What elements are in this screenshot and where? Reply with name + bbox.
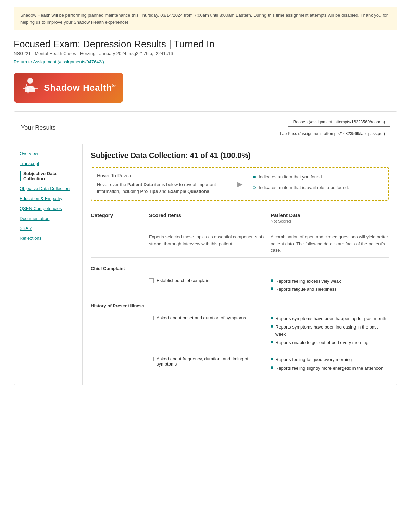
scored-label-chief-complaint: Established chief complaint xyxy=(157,278,211,283)
row-category-empty xyxy=(91,278,146,295)
maintenance-banner: Shadow Health will be performing planned… xyxy=(14,7,397,30)
dot-found xyxy=(271,317,273,319)
category-history-present-illness: History of Present Illness Asked about o… xyxy=(91,299,389,378)
available-legend-item: Indicates an item that is available to b… xyxy=(253,184,383,191)
not-scored-label: Not Scored xyxy=(271,219,389,224)
logo-text: Shadow Health® xyxy=(44,83,116,93)
patient-data-text: Reports symptoms have been increasing in… xyxy=(275,324,389,338)
scored-item-frequency: Asked about frequency, duration, and tim… xyxy=(149,356,267,373)
col-category-header: Category xyxy=(91,212,146,224)
sidebar-item-documentation[interactable]: Documentation xyxy=(20,216,77,221)
col-patient-header: Patient Data Not Scored xyxy=(271,212,389,224)
checkbox-onset xyxy=(149,316,154,320)
scored-item-onset-duration: Asked about onset and duration of sympto… xyxy=(149,315,267,348)
patient-data-chief-complaint: Reports feeling excessively weak Reports… xyxy=(271,278,389,295)
reopen-button[interactable]: Reopen (/assignment_attempts/16323569/re… xyxy=(288,117,390,127)
hpi-label-row: History of Present Illness xyxy=(91,299,389,311)
hpi-scored-empty xyxy=(149,303,267,308)
scored-item-chief-complaint: Established chief complaint xyxy=(149,278,267,295)
patient-data-text: Reports fatigue and sleepiness xyxy=(275,286,337,293)
main-content: Subjective Data Collection: 41 of 41 (10… xyxy=(83,144,397,385)
page-header: Focused Exam: Depression Results | Turne… xyxy=(14,39,397,64)
patient-data-frequency: Reports feeling fatigued every morning R… xyxy=(271,356,389,373)
hover-reveal-left: Hover To Reveal... Hover over the Patien… xyxy=(97,173,227,195)
dot-found xyxy=(271,325,273,328)
scored-label-onset: Asked about onset and duration of sympto… xyxy=(157,315,246,320)
dot-found xyxy=(271,341,273,343)
lab-pass-button[interactable]: Lab Pass (/assignment_attempts/16323569/… xyxy=(275,129,390,138)
list-item: Reports feeling fatigued every morning xyxy=(271,356,389,363)
results-buttons: Reopen (/assignment_attempts/16323569/re… xyxy=(275,117,390,138)
hover-arrow: ▶ xyxy=(234,180,246,188)
checkbox-chief-complaint xyxy=(149,278,154,283)
section-heading: Subjective Data Collection: 41 of 41 (10… xyxy=(91,151,389,160)
hover-reveal-body: Hover over the Patient Data items below … xyxy=(97,181,227,195)
list-item: Reports feeling slightly more energetic … xyxy=(271,365,389,372)
sidebar-item-objective-data-collection[interactable]: Objective Data Collection xyxy=(20,186,77,191)
patient-data-bold: Patient Data xyxy=(127,182,153,187)
hover-reveal-box: Hover To Reveal... Hover over the Patien… xyxy=(91,167,389,201)
sidebar-item-transcript[interactable]: Transcript xyxy=(20,161,77,166)
hover-reveal-right: Indicates an item that you found. Indica… xyxy=(253,173,383,192)
sidebar-item-sbar[interactable]: SBAR xyxy=(20,226,77,231)
content-area: Overview Transcript Subjective Data Coll… xyxy=(14,144,397,385)
chief-complaint-label: Chief Complaint xyxy=(91,266,146,271)
logo-icon xyxy=(21,77,40,99)
patient-data-text: Reports feeling slightly more energetic … xyxy=(275,365,383,372)
hpi-patient-empty xyxy=(271,303,389,308)
found-dot xyxy=(253,176,256,178)
list-item: Reports symptoms have been happening for… xyxy=(271,315,389,322)
results-title: Your Results xyxy=(21,124,55,132)
logo-area: Shadow Health® xyxy=(14,73,397,103)
return-link[interactable]: Return to Assignment (/assignments/94764… xyxy=(14,59,104,64)
description-category-empty xyxy=(91,234,146,254)
main-container: Your Results Reopen (/assignment_attempt… xyxy=(14,111,397,385)
sidebar-item-qsen-competencies[interactable]: QSEN Competencies xyxy=(20,206,77,211)
page-title: Focused Exam: Depression Results | Turne… xyxy=(14,39,397,50)
table-row: Asked about frequency, duration, and tim… xyxy=(91,352,389,378)
sidebar-item-overview[interactable]: Overview xyxy=(20,151,77,156)
chief-complaint-label-row: Chief Complaint xyxy=(91,262,389,274)
patient-data-text: Reports feeling excessively weak xyxy=(275,278,341,285)
sidebar-item-subjective-data-collection[interactable]: Subjective Data Collection xyxy=(20,171,77,181)
chief-complaint-patient-empty xyxy=(271,266,389,271)
available-label: Indicates an item that is available to b… xyxy=(259,185,349,190)
example-questions-bold: Example Questions xyxy=(168,189,209,194)
dot-found xyxy=(271,358,273,360)
patient-data-label: Patient Data xyxy=(271,212,389,218)
sidebar-item-reflections[interactable]: Reflections xyxy=(20,236,77,241)
banner-text: Shadow Health will be performing planned… xyxy=(20,13,388,25)
patient-data-text: Reports symptoms have been happening for… xyxy=(275,315,386,322)
sidebar-item-education-empathy[interactable]: Education & Empathy xyxy=(20,196,77,201)
table-row: Asked about onset and duration of sympto… xyxy=(91,311,389,352)
logo-box: Shadow Health® xyxy=(14,73,123,103)
col-scored-header: Scored Items xyxy=(149,212,267,224)
list-item: Reports fatigue and sleepiness xyxy=(271,286,389,293)
list-item: Reports symptoms have been increasing in… xyxy=(271,324,389,338)
category-chief-complaint: Chief Complaint Established chief compla… xyxy=(91,262,389,299)
pro-tips-bold: Pro Tips xyxy=(140,189,158,194)
dot-found xyxy=(271,366,273,369)
page-subtitle: NSG221 - Mental Health Cases - Herzing -… xyxy=(14,51,397,56)
dot-found xyxy=(271,279,273,282)
row-category-empty xyxy=(91,315,146,348)
chief-complaint-scored-empty xyxy=(149,266,267,271)
sidebar: Overview Transcript Subjective Data Coll… xyxy=(14,144,83,385)
hover-reveal-title: Hover To Reveal... xyxy=(97,173,227,178)
found-legend-item: Indicates an item that you found. xyxy=(253,173,383,181)
description-scored-text: Experts selected these topics as essenti… xyxy=(149,234,267,254)
row-category-empty xyxy=(91,356,146,373)
found-label: Indicates an item that you found. xyxy=(259,174,323,180)
list-item: Reports unable to get out of bed every m… xyxy=(271,339,389,346)
list-item: Reports feeling excessively weak xyxy=(271,278,389,285)
dot-found xyxy=(271,287,273,290)
results-header: Your Results Reopen (/assignment_attempt… xyxy=(14,112,397,144)
hpi-label: History of Present Illness xyxy=(91,303,146,308)
description-patient-text: A combination of open and closed questio… xyxy=(271,234,389,254)
patient-data-text: Reports feeling fatigued every morning xyxy=(275,356,352,363)
table-row: Established chief complaint Reports feel… xyxy=(91,274,389,299)
patient-data-text: Reports unable to get out of bed every m… xyxy=(275,339,369,346)
svg-point-0 xyxy=(27,78,33,84)
description-row: Experts selected these topics as essenti… xyxy=(91,230,389,258)
available-dot xyxy=(253,186,256,189)
